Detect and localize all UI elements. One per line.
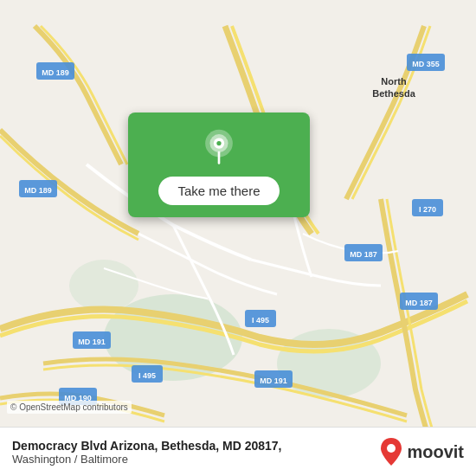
svg-text:I 270: I 270: [419, 205, 436, 214]
bottom-bar: Democracy Blvd Arizona, Bethesda, MD 208…: [0, 427, 476, 476]
map-container: MD 189 MD 189 I 270 MD 355 I 270 MD 187 …: [0, 0, 476, 476]
svg-text:North: North: [381, 76, 407, 87]
address-block: Democracy Blvd Arizona, Bethesda, MD 208…: [12, 439, 282, 466]
svg-text:MD 187: MD 187: [350, 250, 377, 259]
svg-text:MD 191: MD 191: [260, 376, 287, 385]
moovit-text: moovit: [407, 442, 464, 462]
svg-text:Bethesda: Bethesda: [372, 88, 415, 99]
openstreetmap-credit: © OpenStreetMap contributors: [7, 401, 132, 414]
svg-point-32: [216, 141, 221, 145]
moovit-pin-icon: [379, 436, 403, 467]
address-line: Democracy Blvd Arizona, Bethesda, MD 208…: [12, 439, 282, 453]
location-card: Take me there: [128, 113, 310, 217]
svg-point-2: [69, 260, 138, 312]
moovit-logo: moovit: [379, 436, 464, 467]
location-pin-icon: [200, 128, 238, 166]
city-line: Washington / Baltimore: [12, 453, 282, 466]
svg-text:I 495: I 495: [138, 371, 156, 380]
svg-text:MD 191: MD 191: [78, 338, 106, 346]
svg-point-33: [387, 444, 396, 453]
svg-text:MD 355: MD 355: [412, 60, 440, 68]
svg-text:MD 187: MD 187: [405, 299, 433, 307]
svg-text:MD 189: MD 189: [24, 186, 52, 195]
svg-text:I 495: I 495: [252, 316, 269, 325]
svg-text:MD 189: MD 189: [42, 68, 69, 77]
take-me-there-button[interactable]: Take me there: [158, 177, 279, 205]
